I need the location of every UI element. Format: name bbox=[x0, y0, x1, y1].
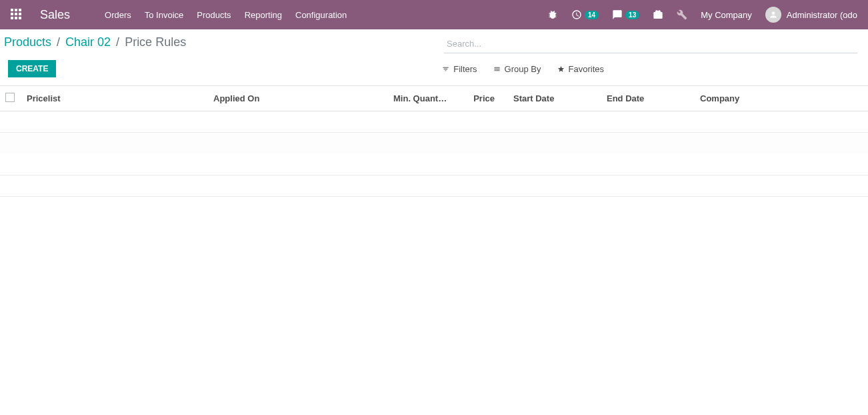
activities-badge: 14 bbox=[585, 11, 599, 19]
nav-menu: Orders To Invoice Products Reporting Con… bbox=[105, 10, 347, 20]
breadcrumb-separator: / bbox=[57, 35, 60, 49]
tools-icon[interactable] bbox=[677, 9, 687, 20]
navbar: Sales Orders To Invoice Products Reporti… bbox=[0, 0, 868, 29]
favorites-label: Favorites bbox=[569, 64, 604, 74]
star-icon bbox=[557, 65, 565, 73]
nav-item-configuration[interactable]: Configuration bbox=[295, 10, 347, 20]
groupby-label: Group By bbox=[505, 64, 541, 74]
col-appliedon[interactable]: Applied On bbox=[208, 86, 388, 111]
table-row bbox=[0, 111, 868, 133]
user-name: Administrator (odo bbox=[787, 10, 857, 20]
breadcrumb-separator: / bbox=[116, 35, 119, 49]
col-minquant[interactable]: Min. Quant… bbox=[388, 86, 461, 111]
select-all-checkbox[interactable] bbox=[5, 93, 15, 102]
table-row bbox=[0, 175, 868, 197]
control-panel-top: Products / Chair 02 / Price Rules bbox=[4, 35, 857, 53]
avatar bbox=[765, 7, 781, 23]
price-rules-table: Pricelist Applied On Min. Quant… Price S… bbox=[0, 86, 868, 197]
breadcrumb: Products / Chair 02 / Price Rules bbox=[4, 35, 186, 53]
breadcrumb-product[interactable]: Chair 02 bbox=[65, 35, 111, 49]
create-button[interactable]: CREATE bbox=[8, 60, 56, 77]
user-menu[interactable]: Administrator (odo bbox=[765, 7, 857, 23]
control-panel-bottom: CREATE Filters Group By Favorites bbox=[4, 53, 857, 85]
nav-item-toinvoice[interactable]: To Invoice bbox=[145, 10, 184, 20]
col-price[interactable]: Price bbox=[461, 86, 508, 111]
app-brand[interactable]: Sales bbox=[40, 8, 70, 22]
nav-item-reporting[interactable]: Reporting bbox=[245, 10, 282, 20]
search-options: Filters Group By Favorites bbox=[442, 64, 857, 74]
col-enddate[interactable]: End Date bbox=[601, 86, 695, 111]
apps-icon[interactable] bbox=[11, 9, 23, 21]
nav-item-products[interactable]: Products bbox=[197, 10, 231, 20]
table-row bbox=[0, 133, 868, 154]
nav-item-orders[interactable]: Orders bbox=[105, 10, 131, 20]
filters-button[interactable]: Filters bbox=[442, 64, 477, 74]
groupby-button[interactable]: Group By bbox=[493, 64, 541, 74]
col-checkbox bbox=[0, 86, 21, 111]
filters-label: Filters bbox=[453, 64, 477, 74]
navbar-left: Sales Orders To Invoice Products Reporti… bbox=[11, 8, 347, 22]
bug-icon[interactable] bbox=[547, 9, 558, 20]
breadcrumb-current: Price Rules bbox=[125, 35, 186, 49]
col-pricelist[interactable]: Pricelist bbox=[21, 86, 208, 111]
list-view: Pricelist Applied On Min. Quant… Price S… bbox=[0, 86, 868, 197]
activities-icon[interactable]: 14 bbox=[571, 9, 599, 20]
favorites-button[interactable]: Favorites bbox=[557, 64, 604, 74]
table-row bbox=[0, 154, 868, 175]
navbar-right: 14 13 My Company Administrator (odo bbox=[547, 7, 857, 23]
filter-icon bbox=[442, 65, 449, 73]
gift-icon[interactable] bbox=[653, 9, 663, 20]
control-panel: Products / Chair 02 / Price Rules CREATE… bbox=[0, 29, 868, 86]
company-selector[interactable]: My Company bbox=[701, 10, 752, 20]
search-input[interactable] bbox=[444, 35, 857, 53]
list-icon bbox=[493, 65, 501, 73]
col-startdate[interactable]: Start Date bbox=[508, 86, 601, 111]
col-company[interactable]: Company bbox=[695, 86, 868, 111]
messages-icon[interactable]: 13 bbox=[612, 9, 639, 20]
search-container bbox=[444, 35, 857, 53]
breadcrumb-products[interactable]: Products bbox=[4, 35, 51, 49]
messages-badge: 13 bbox=[625, 11, 639, 19]
